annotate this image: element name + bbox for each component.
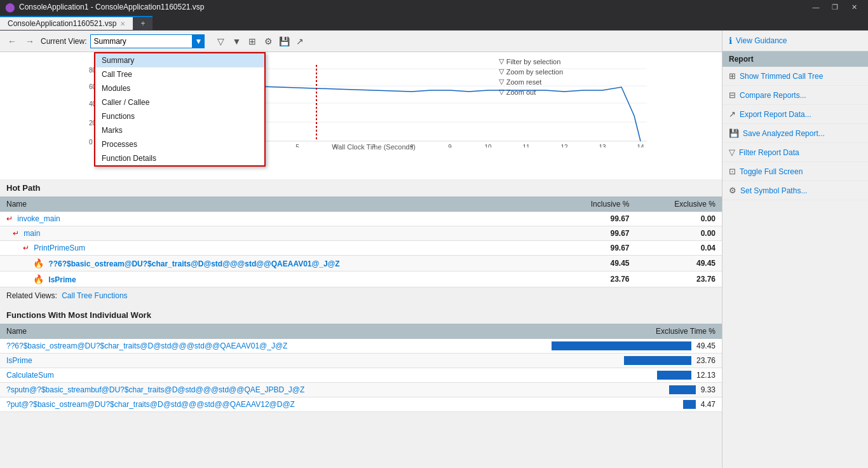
func-exclusive: 4.47 <box>531 397 722 412</box>
cpu-icon-btn[interactable]: ⊞ <box>245 34 259 48</box>
svg-text:12: 12 <box>560 144 568 148</box>
dropdown-item-functiondetails[interactable]: Function Details <box>95 151 264 165</box>
zoom-reset-icon: ▽ <box>499 78 504 86</box>
func-name[interactable]: ??6?$basic_ostream@DU?$char_traits@D@std… <box>0 339 531 354</box>
zoom-options: ▽ Filter by selection ▽ Zoom by selectio… <box>499 57 563 96</box>
app-title: ConsoleApplication1 - ConsoleApplication… <box>19 3 205 11</box>
exclusive-val: 0.00 <box>635 212 722 226</box>
table-row: ↵ main 99.67 0.00 <box>0 226 722 241</box>
zoom-out[interactable]: ▽ Zoom out <box>499 88 563 96</box>
filter2-icon-btn[interactable]: ▼ <box>229 34 243 48</box>
dropdown-item-calltree[interactable]: Call Tree <box>95 67 264 81</box>
new-tab-button[interactable]: + <box>133 16 153 30</box>
zoom-by-selection[interactable]: ▽ Zoom by selection <box>499 67 563 76</box>
zoom-reset[interactable]: ▽ Zoom reset <box>499 78 563 86</box>
right-panel: ℹ View Guidance Report ⊞ Show Trimmed Ca… <box>722 31 868 468</box>
func-exclusive: 49.45 <box>531 339 722 354</box>
window-controls: — ❐ ✕ <box>807 0 863 14</box>
main-tab[interactable]: ConsoleApplication1160521.vsp ✕ <box>0 16 133 30</box>
row-name[interactable]: ↵ PrintPrimeSum <box>0 241 553 256</box>
export-icon-btn[interactable]: ↗ <box>293 34 307 48</box>
col-inclusive: Inclusive % <box>553 196 635 212</box>
view-dropdown-popup: Summary Call Tree Modules Caller / Calle… <box>94 52 266 167</box>
func-link[interactable]: IsPrime <box>48 275 76 284</box>
svg-text:10: 10 <box>484 144 492 148</box>
func-exclusive: 12.13 <box>531 368 722 383</box>
settings-icon-btn[interactable]: ⚙ <box>261 34 275 48</box>
col-name: Name <box>0 196 553 212</box>
info-icon: ℹ <box>729 36 732 46</box>
exclusive-val: 0.00 <box>635 226 722 241</box>
exclusive-val: 49.45 <box>635 256 722 272</box>
compare-reports-btn[interactable]: ⊟ Compare Reports... <box>722 86 868 105</box>
row-name[interactable]: ↵ invoke_main <box>0 212 553 226</box>
minimize-button[interactable]: — <box>807 0 825 14</box>
func-name[interactable]: CalculateSum <box>0 368 531 383</box>
symbol-icon: ⚙ <box>729 186 736 195</box>
table-row: CalculateSum 12.13 <box>0 368 722 383</box>
functions-table: Name Exclusive Time % ??6?$basic_ostream… <box>0 324 722 412</box>
tab-bar: ConsoleApplication1160521.vsp ✕ + <box>0 14 868 31</box>
svg-text:0: 0 <box>89 139 93 146</box>
dropdown-item-summary[interactable]: Summary <box>95 53 264 67</box>
save-icon-btn[interactable]: 💾 <box>277 34 291 48</box>
center-content: ← → Current View: Summary Call Tree Modu… <box>0 31 722 468</box>
zoom-sel-icon: ▽ <box>499 67 504 76</box>
export-icon: ↗ <box>729 109 736 119</box>
compare-icon: ⊟ <box>729 90 736 100</box>
dropdown-item-functions[interactable]: Functions <box>95 109 264 123</box>
svg-text:11: 11 <box>522 144 530 148</box>
row-name[interactable]: 🔥 IsPrime <box>0 272 553 287</box>
set-symbol-paths-btn[interactable]: ⚙ Set Symbol Paths... <box>722 181 868 200</box>
dropdown-item-modules[interactable]: Modules <box>95 81 264 95</box>
func-name[interactable]: ?sputn@?$basic_streambuf@DU?$char_traits… <box>0 383 531 397</box>
func-link[interactable]: PrintPrimeSum <box>34 244 85 252</box>
bar-chart-item <box>683 400 696 409</box>
filter-by-selection[interactable]: ▽ Filter by selection <box>499 57 563 65</box>
show-trimmed-call-tree-btn[interactable]: ⊞ Show Trimmed Call Tree <box>722 67 868 86</box>
svg-text:13: 13 <box>599 144 606 148</box>
filter-icon-btn[interactable]: ▽ <box>214 34 227 48</box>
func-link[interactable]: main <box>24 229 40 238</box>
filter-report-data-btn[interactable]: ▽ Filter Report Data <box>722 143 868 162</box>
col-exclusive: Exclusive % <box>635 196 722 212</box>
func-name[interactable]: ?put@?$basic_ostream@DU?$char_traits@D@s… <box>0 397 531 412</box>
toolbar: ← → Current View: Summary Call Tree Modu… <box>0 31 722 52</box>
hot-path-table: Name Inclusive % Exclusive % ↵ invoke_ma… <box>0 196 722 287</box>
content-panels: Hot Path Name Inclusive % Exclusive % ↵ <box>0 179 722 468</box>
func-link[interactable]: ??6?$basic_ostream@DU?$char_traits@D@std… <box>48 259 339 268</box>
view-dropdown[interactable]: Summary Call Tree Modules Caller / Calle… <box>90 34 205 48</box>
bar-chart-item <box>657 371 691 380</box>
dropdown-item-callercallee[interactable]: Caller / Callee <box>95 95 264 109</box>
row-name[interactable]: 🔥 ??6?$basic_ostream@DU?$char_traits@D@s… <box>0 256 553 272</box>
related-views-label: Related Views: <box>6 291 57 300</box>
arrow-icon: ↵ <box>6 214 13 223</box>
restore-button[interactable]: ❐ <box>826 0 844 14</box>
call-tree-link[interactable]: Call Tree <box>62 291 92 300</box>
functions-link[interactable]: Functions <box>95 291 128 300</box>
dropdown-item-processes[interactable]: Processes <box>95 137 264 151</box>
svg-text:5: 5 <box>295 144 299 148</box>
func-link[interactable]: invoke_main <box>17 214 60 223</box>
save-analyzed-report-btn[interactable]: 💾 Save Analyzed Report... <box>722 124 868 143</box>
dropdown-item-marks[interactable]: Marks <box>95 123 264 137</box>
func-name[interactable]: IsPrime <box>0 354 531 368</box>
table-row: 🔥 IsPrime 23.76 23.76 <box>0 272 722 287</box>
close-button[interactable]: ✕ <box>845 0 863 14</box>
row-name[interactable]: ↵ main <box>0 226 553 241</box>
hot-path-title: Hot Path <box>0 179 722 196</box>
forward-button[interactable]: → <box>23 35 37 48</box>
main-container: ← → Current View: Summary Call Tree Modu… <box>0 31 868 468</box>
inclusive-val: 99.67 <box>553 212 635 226</box>
title-bar: ⬤ ConsoleApplication1 - ConsoleApplicati… <box>0 0 868 14</box>
tab-close-icon[interactable]: ✕ <box>120 20 125 27</box>
trimmed-tree-icon: ⊞ <box>729 71 736 81</box>
inclusive-val: 99.67 <box>553 226 635 241</box>
back-button[interactable]: ← <box>5 35 19 48</box>
functions-title: Functions With Most Individual Work <box>0 306 722 324</box>
export-report-btn[interactable]: ↗ Export Report Data... <box>722 105 868 124</box>
toggle-fullscreen-btn[interactable]: ⊡ Toggle Full Screen <box>722 162 868 181</box>
exclusive-val: 23.76 <box>635 272 722 287</box>
table-row: 🔥 ??6?$basic_ostream@DU?$char_traits@D@s… <box>0 256 722 272</box>
view-guidance-button[interactable]: ℹ View Guidance <box>722 31 868 52</box>
